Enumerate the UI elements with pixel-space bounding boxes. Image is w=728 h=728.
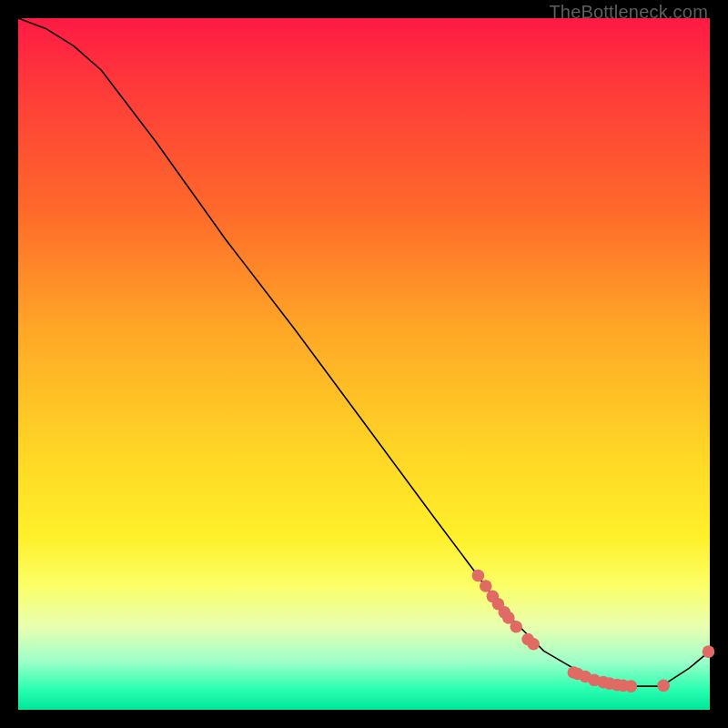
chart-svg	[18, 18, 710, 710]
data-point	[527, 638, 540, 651]
data-point	[472, 570, 485, 582]
data-point	[510, 621, 522, 633]
data-point	[480, 580, 492, 592]
data-point	[625, 680, 638, 693]
bottleneck-curve	[18, 18, 710, 686]
data-point	[703, 645, 715, 658]
marker-group	[472, 570, 715, 693]
data-point	[657, 680, 670, 693]
